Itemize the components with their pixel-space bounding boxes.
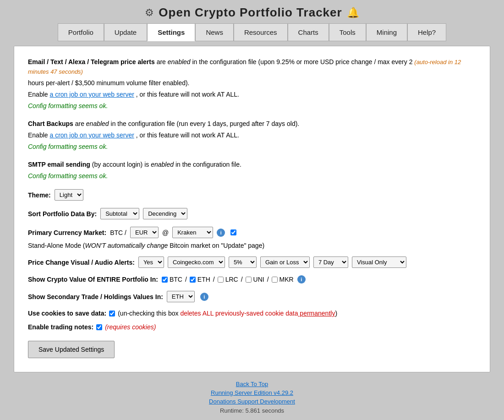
- price-change-type[interactable]: Gain or Loss Gain Only Loss Only: [260, 256, 310, 268]
- btc-text: BTC /: [110, 229, 126, 236]
- secondary-trade-row: Show Secondary Trade / Holdings Values I…: [28, 291, 476, 302]
- cookies-row: Use cookies to save data: (un-checking t…: [28, 310, 476, 317]
- btc-label: BTC: [170, 276, 182, 283]
- currency-row: Primary Currency Market: BTC / EUR USD G…: [28, 227, 476, 249]
- tab-settings[interactable]: Settings: [147, 23, 195, 41]
- mkr-label: MKR: [279, 276, 294, 283]
- page-title: Open Crypto Portfolio Tracker: [159, 5, 342, 20]
- eth-checkbox[interactable]: [190, 277, 196, 283]
- tab-news[interactable]: News: [195, 23, 234, 41]
- portfolio-value-row: Show Crypto Value Of ENTIRE Portfolio In…: [28, 275, 476, 284]
- currency-info-icon[interactable]: i: [217, 229, 225, 237]
- backups-config-ok: Config formatting seems ok.: [28, 142, 476, 152]
- price-change-visual[interactable]: Visual Only Audio Only Visual & Audio: [352, 256, 406, 268]
- tab-tools[interactable]: Tools: [329, 23, 366, 41]
- secondary-trade-info-icon[interactable]: i: [200, 293, 208, 301]
- standalone-text: Stand-Alone Mode (WON'T automatically ch…: [28, 242, 264, 249]
- secondary-trade-select[interactable]: ETH BTC LRC UNI: [167, 291, 195, 302]
- theme-label: Theme:: [28, 191, 51, 199]
- price-change-label: Price Change Visual / Audio Alerts:: [28, 259, 135, 266]
- alerts-section: Email / Text / Alexa / Telegram price al…: [28, 57, 476, 111]
- sort-row: Sort Portfolio Data By: Subtotal Name Ho…: [28, 208, 476, 219]
- cookies-checkbox[interactable]: [109, 311, 115, 316]
- gear-icon: ⚙: [145, 7, 154, 19]
- sort-label: Sort Portfolio Data By:: [28, 210, 97, 218]
- currency-label: Primary Currency Market:: [28, 229, 106, 236]
- alerts-enabled: enabled: [168, 58, 191, 65]
- crypto-checkboxes: BTC / ETH / LRC / UNI / MKR i: [162, 275, 306, 284]
- runtime-text: Runtime: 5.861 seconds: [220, 407, 284, 414]
- mkr-checkbox[interactable]: [272, 277, 278, 283]
- tab-help[interactable]: Help?: [407, 23, 446, 41]
- smtp-heading: SMTP email sending: [28, 161, 90, 168]
- cookies-label: Use cookies to save data:: [28, 310, 106, 317]
- trading-notes-label: Enable trading notes:: [28, 323, 93, 331]
- smtp-config-ok: Config formatting seems ok.: [28, 171, 476, 181]
- lrc-checkbox[interactable]: [218, 277, 224, 283]
- at-text: @: [162, 229, 169, 236]
- alerts-heading: Email / Text / Alexa / Telegram price al…: [28, 58, 155, 65]
- backups-heading: Chart Backups: [28, 120, 73, 127]
- page-header: ⚙ Open Crypto Portfolio Tracker 🔔: [0, 0, 504, 23]
- trading-notes-checkbox[interactable]: [96, 324, 102, 330]
- currency-select[interactable]: EUR USD GBP JPY: [130, 227, 159, 238]
- lrc-label: LRC: [225, 276, 238, 283]
- backups-section: Chart Backups are enabled in the configu…: [28, 119, 476, 152]
- price-change-pct[interactable]: 1% 2% 5% 10%: [229, 256, 257, 268]
- portfolio-value-info-icon[interactable]: i: [297, 275, 306, 284]
- cron-link-alerts[interactable]: a cron job on your web server: [49, 91, 134, 98]
- back-to-top-link[interactable]: Back To Top: [0, 381, 504, 387]
- cookies-note: (un-checking this box deletes ALL previo…: [118, 310, 337, 317]
- uni-checkbox[interactable]: [246, 277, 252, 283]
- trading-notes-row: Enable trading notes: (requires cookies): [28, 323, 476, 331]
- uni-label: UNI: [253, 276, 264, 283]
- settings-panel: Email / Text / Alexa / Telegram price al…: [14, 46, 490, 372]
- bell-icon: 🔔: [347, 7, 359, 19]
- standalone-checkbox[interactable]: [230, 229, 236, 235]
- secondary-trade-label: Show Secondary Trade / Holdings Values I…: [28, 293, 163, 300]
- save-settings-button[interactable]: Save Updated Settings: [28, 341, 115, 358]
- tab-update[interactable]: Update: [104, 23, 147, 41]
- tab-resources[interactable]: Resources: [234, 23, 288, 41]
- alerts-config-ok: Config formatting seems ok.: [28, 101, 476, 111]
- backups-enabled: enabled: [86, 120, 109, 127]
- server-edition-link[interactable]: Running Server Edition v4.29.2: [0, 389, 504, 396]
- theme-select[interactable]: Light Dark: [55, 189, 83, 201]
- smtp-enabled: enabled: [151, 161, 174, 168]
- price-change-yes-no[interactable]: Yes No: [138, 256, 164, 268]
- price-change-row: Price Change Visual / Audio Alerts: Yes …: [28, 256, 476, 268]
- eth-label: ETH: [197, 276, 210, 283]
- smtp-section: SMTP email sending (by account login) is…: [28, 160, 476, 181]
- tab-charts[interactable]: Charts: [288, 23, 329, 41]
- sort-order-select[interactable]: Decending Ascending: [143, 208, 187, 219]
- price-change-source[interactable]: Coingecko.com CoinMarketCap: [168, 256, 225, 268]
- portfolio-value-label: Show Crypto Value Of ENTIRE Portfolio In…: [28, 276, 158, 283]
- price-change-period[interactable]: 1 Day 7 Day 30 Day: [313, 256, 348, 268]
- theme-row: Theme: Light Dark: [28, 189, 476, 201]
- tab-mining[interactable]: Mining: [366, 23, 407, 41]
- donations-link[interactable]: Donations Support Development: [0, 398, 504, 405]
- exchange-select[interactable]: Kraken Binance Coinbase: [172, 227, 213, 238]
- footer: Back To Top Running Server Edition v4.29…: [0, 381, 504, 420]
- trading-notes-note: (requires cookies): [105, 323, 156, 331]
- btc-checkbox[interactable]: [162, 277, 168, 283]
- tab-portfolio[interactable]: Portfolio: [58, 23, 104, 41]
- main-nav: Portfolio Update Settings News Resources…: [0, 23, 504, 41]
- cron-link-backups[interactable]: a cron job on your web server: [49, 131, 134, 139]
- sort-field-select[interactable]: Subtotal Name Holdings Price: [100, 208, 139, 219]
